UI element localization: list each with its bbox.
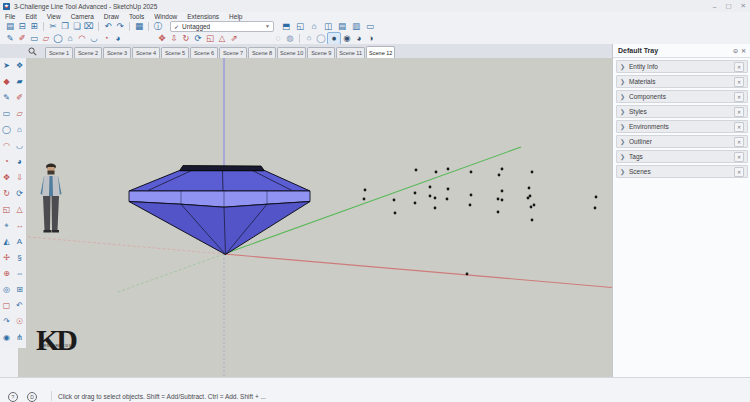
menu-draw[interactable]: Draw (99, 13, 124, 20)
arc-tool-icon[interactable]: ◠ (3, 142, 10, 150)
circle-tool-icon[interactable]: ◯ (52, 33, 64, 44)
section-close-icon[interactable]: ✕ (734, 77, 744, 87)
offset-tool-icon[interactable]: △ (216, 33, 228, 44)
position-camera-icon[interactable]: ☉ (16, 318, 23, 326)
scale-tool-icon[interactable]: ◱ (204, 33, 216, 44)
scene-tab-scene-4[interactable]: Scene 4 (132, 47, 160, 58)
tray-section-components[interactable]: ❯Components✕ (616, 90, 748, 103)
construction-point[interactable] (434, 207, 437, 210)
rotated-rectangle-tool-icon[interactable]: ▱ (16, 110, 22, 118)
push-pull-tool-icon[interactable]: ⇩ (168, 33, 180, 44)
construction-point[interactable] (530, 206, 533, 209)
rotated-rectangle-tool-icon[interactable]: ▱ (40, 33, 52, 44)
line-tool-icon[interactable]: ✎ (4, 33, 16, 44)
rotate-tool-icon[interactable]: ↻ (180, 33, 192, 44)
axes-tool-icon[interactable]: ✢ (3, 254, 10, 262)
freehand-tool-icon[interactable]: ✐ (16, 33, 28, 44)
construction-point[interactable] (531, 219, 534, 222)
rectangle-tool-icon[interactable]: ▭ (28, 33, 40, 44)
3d-text-tool-icon[interactable]: § (17, 254, 21, 262)
construction-point[interactable] (466, 273, 469, 276)
tray-section-tags[interactable]: ❯Tags✕ (616, 150, 748, 163)
view-top-icon[interactable]: ◱ (294, 21, 306, 32)
menu-view[interactable]: View (42, 13, 66, 20)
make-component-icon[interactable]: ❖ (16, 62, 23, 70)
close-button[interactable]: ✕ (741, 2, 746, 10)
construction-point[interactable] (497, 211, 500, 214)
copy-icon[interactable]: ❐ (59, 21, 71, 32)
polygon-tool-icon[interactable]: ⌂ (64, 33, 76, 44)
protractor-tool-icon[interactable]: ◭ (3, 238, 9, 246)
circle-tool-icon[interactable]: ◯ (2, 126, 11, 134)
construction-point[interactable] (447, 168, 450, 171)
scene-tab-scene-1[interactable]: Scene 1 (45, 47, 73, 58)
construction-point[interactable] (594, 207, 597, 210)
ambient-occlusion-icon[interactable]: ◑ (365, 33, 377, 44)
view-iso-icon[interactable]: ⬒ (280, 21, 292, 32)
menu-help[interactable]: Help (224, 13, 247, 20)
construction-point[interactable] (470, 194, 473, 197)
menu-tools[interactable]: Tools (124, 13, 149, 20)
construction-point[interactable] (415, 169, 418, 172)
scene-tab-scene-11[interactable]: Scene 11 (336, 47, 365, 58)
menu-edit[interactable]: Edit (20, 13, 41, 20)
scale-tool-icon[interactable]: ◱ (3, 206, 11, 214)
construction-point[interactable] (529, 195, 532, 198)
construction-point[interactable] (394, 212, 397, 215)
construction-point[interactable] (595, 196, 598, 199)
construction-point[interactable] (531, 171, 534, 174)
construction-point[interactable] (446, 198, 449, 201)
paste-icon[interactable]: ❏ (71, 21, 83, 32)
pie-tool-icon[interactable]: ◕ (17, 158, 22, 166)
monochrome-style-icon[interactable]: ◕ (353, 33, 365, 44)
undo-icon[interactable]: ↶ (102, 21, 114, 32)
freehand-tool-icon[interactable]: ✐ (16, 94, 23, 102)
credits-icon[interactable]: D (27, 392, 37, 402)
construction-point[interactable] (501, 190, 504, 193)
pin-icon[interactable]: ⊙ (733, 47, 738, 54)
move-tool-icon[interactable]: ✥ (3, 174, 10, 182)
section-close-icon[interactable]: ✕ (734, 152, 744, 162)
open-icon[interactable]: ⊟ (16, 21, 28, 32)
view-bottom-icon[interactable]: ▭ (364, 21, 376, 32)
cut-icon[interactable]: ✂ (47, 21, 59, 32)
hidden-line-style-icon[interactable]: ◯ (315, 33, 327, 44)
save-icon[interactable]: ⊞ (28, 21, 40, 32)
construction-point[interactable] (429, 195, 432, 198)
three-point-arc-tool-icon[interactable]: ◔ (4, 158, 9, 166)
eraser-tool-icon[interactable]: ▰ (16, 78, 22, 86)
three-point-arc-tool-icon[interactable]: ◔ (100, 33, 112, 44)
construction-point[interactable] (363, 198, 366, 201)
section-close-icon[interactable]: ✕ (734, 62, 744, 72)
menu-file[interactable]: File (0, 13, 20, 20)
new-icon[interactable]: ▤ (4, 21, 16, 32)
tray-section-materials[interactable]: ❯Materials✕ (616, 75, 748, 88)
maximize-button[interactable]: ▢ (725, 2, 731, 10)
tray-section-styles[interactable]: ❯Styles✕ (616, 105, 748, 118)
select-tool-icon[interactable]: ➤ (3, 62, 10, 70)
construction-point[interactable] (497, 198, 500, 201)
scene-tab-scene-9[interactable]: Scene 9 (307, 47, 335, 58)
walk-tool-icon[interactable]: ⋔ (16, 334, 23, 342)
construction-point[interactable] (429, 186, 432, 189)
scene-tab-scene-3[interactable]: Scene 3 (103, 47, 131, 58)
xray-style-icon[interactable]: ◌ (272, 33, 284, 44)
section-close-icon[interactable]: ✕ (734, 107, 744, 117)
section-close-icon[interactable]: ✕ (734, 167, 744, 177)
menu-camera[interactable]: Camera (66, 13, 99, 20)
next-view-icon[interactable]: ↷ (3, 318, 10, 326)
scene-tab-scene-2[interactable]: Scene 2 (74, 47, 102, 58)
section-close-icon[interactable]: ✕ (734, 92, 744, 102)
previous-view-icon[interactable]: ↶ (16, 302, 23, 310)
line-tool-icon[interactable]: ✎ (3, 94, 10, 102)
look-around-icon[interactable]: ◉ (3, 334, 10, 342)
scale-figure-person[interactable] (41, 164, 62, 233)
offset-tool-icon[interactable]: △ (16, 206, 22, 214)
follow-me-tool-icon[interactable]: ⟳ (16, 190, 23, 198)
scene-tab-scene-7[interactable]: Scene 7 (219, 47, 247, 58)
construction-point[interactable] (434, 197, 437, 200)
paint-bucket-icon[interactable]: ◆ (3, 78, 9, 86)
zoom-extents-icon[interactable]: ▢ (3, 302, 11, 310)
construction-point[interactable] (469, 204, 472, 207)
construction-point[interactable] (393, 199, 396, 202)
